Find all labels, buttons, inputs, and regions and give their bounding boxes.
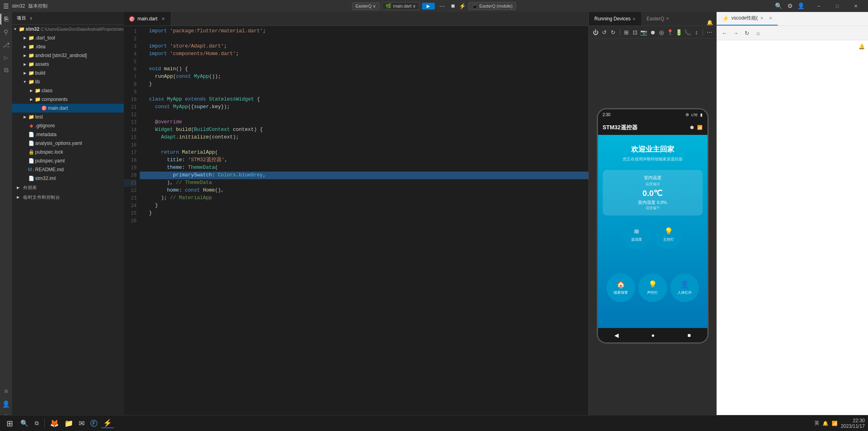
device-dropdown[interactable]: 📱 EasterQ (mobile) bbox=[468, 2, 516, 10]
tree-root[interactable]: ▼ 📁 stm32 C:\Users\EasterDon\Data\Androi… bbox=[12, 25, 124, 34]
phone-back-icon[interactable]: ◀ bbox=[614, 332, 619, 338]
record-icon[interactable]: ⏺ bbox=[649, 28, 656, 37]
gyro-icon[interactable]: ◎ bbox=[658, 28, 665, 37]
code-line-4: import 'components/Home.dart'; bbox=[140, 50, 588, 58]
phone-grid-smoke[interactable]: 🏠 烟雾报警 bbox=[606, 273, 635, 302]
phone-settings-icon[interactable]: 📞 bbox=[684, 28, 691, 37]
preview-refresh-icon[interactable]: ↻ bbox=[742, 28, 752, 38]
more-run-icon[interactable]: ⋯ bbox=[437, 3, 447, 9]
easterq-close-icon[interactable]: ✕ bbox=[666, 16, 669, 21]
tree-pubspec-yaml[interactable]: 📄 pubspec.yaml bbox=[12, 156, 124, 165]
tree-assets[interactable]: ▶ 📁 assets bbox=[12, 60, 124, 69]
easter-q-dropdown[interactable]: EasterQ ∨ bbox=[352, 2, 379, 10]
zoom-fit-icon[interactable]: ⊡ bbox=[632, 28, 639, 37]
phone-signal-icon: LTE bbox=[691, 113, 698, 117]
task-view-icon[interactable]: ⧉ bbox=[32, 420, 41, 427]
run-branch-dropdown[interactable]: 🌿 main.dart ∨ bbox=[382, 2, 419, 10]
app-hamburger-icon[interactable]: ☰ bbox=[3, 2, 9, 10]
fold-icon[interactable]: ⊞ bbox=[623, 28, 630, 37]
activity-account[interactable]: 👤 bbox=[0, 398, 12, 409]
run-button[interactable]: ▶ bbox=[422, 3, 435, 10]
phone-grid-infrared[interactable]: 👤 人体红外 bbox=[670, 273, 699, 302]
taskbar-firefox-icon[interactable]: 🦊 bbox=[48, 419, 61, 428]
folder-icon[interactable]: ↕ bbox=[693, 28, 700, 37]
phone-grid-humidity[interactable]: ≋ 温湿度 bbox=[622, 220, 651, 249]
scratches-section[interactable]: ▶ 临时文件和控制台 bbox=[12, 192, 124, 202]
tree-components[interactable]: ▶ 📁 components bbox=[12, 95, 124, 104]
tree-pubspec-lock[interactable]: 🔒 pubspec.lock bbox=[12, 148, 124, 156]
taskbar-vscode-icon[interactable]: ⚡ bbox=[101, 419, 114, 428]
activity-remote[interactable]: ⊞ bbox=[0, 386, 12, 397]
battery-icon[interactable]: 🔋 bbox=[675, 28, 682, 37]
close-button[interactable]: ✕ bbox=[846, 0, 865, 12]
activity-explorer[interactable]: ⎘ bbox=[0, 14, 12, 25]
phone-recent-icon[interactable]: ■ bbox=[687, 332, 691, 338]
tree-analysis[interactable]: 📄 analysis_options.yaml bbox=[12, 139, 124, 148]
tree-test[interactable]: ▶ 📁 test bbox=[12, 113, 124, 121]
tree-iml[interactable]: 📄 stm32.iml bbox=[12, 174, 124, 183]
external-libs-section[interactable]: ▶ 外部库 bbox=[12, 183, 124, 192]
preview-home-icon[interactable]: ⌂ bbox=[753, 28, 763, 38]
notification-icon[interactable]: 🔔 bbox=[703, 20, 716, 26]
tree-class[interactable]: ▶ 📁 class bbox=[12, 86, 124, 95]
tab-close-button[interactable]: ✕ bbox=[160, 16, 166, 22]
branch-menu[interactable]: 版本控制 bbox=[28, 3, 48, 10]
running-devices-close-icon[interactable]: ✕ bbox=[632, 17, 636, 21]
tree-android[interactable]: ▶ 📁 android [stm32_android] bbox=[12, 51, 124, 60]
analysis-icon: 📄 bbox=[28, 140, 34, 146]
tree-readme[interactable]: M↓ README.md bbox=[12, 165, 124, 174]
smoke-label: 烟雾报警 bbox=[614, 290, 628, 295]
rotate-right-icon[interactable]: ↻ bbox=[610, 28, 617, 37]
phone-body: 欢迎业主回家 您正在使用伊斯特智能家居遥控器 室内温度 温度偏凉 0.0℃ 室内… bbox=[598, 135, 707, 328]
tray-notify-icon[interactable]: 🔔 bbox=[822, 421, 828, 426]
account-title-icon[interactable]: 👤 bbox=[797, 2, 805, 10]
maximize-button[interactable]: □ bbox=[828, 0, 846, 12]
line-numbers: 12345 678910 1112131415 1617181920 21 22… bbox=[124, 26, 140, 422]
screenshot-icon[interactable]: 📷 bbox=[640, 28, 648, 37]
location-icon[interactable]: 📍 bbox=[667, 28, 674, 37]
tree-lib[interactable]: ▼ 📁 lib bbox=[12, 77, 124, 86]
activity-debug[interactable]: ▷ bbox=[0, 52, 12, 63]
start-button[interactable]: ⊞ bbox=[3, 419, 16, 428]
taskbar-flutter-icon[interactable]: Ⓕ bbox=[88, 419, 99, 428]
taskbar-search[interactable]: 🔍 bbox=[18, 419, 31, 427]
preview-bell-icon[interactable]: 🔔 bbox=[858, 43, 865, 49]
phone-grid: ≋ 温湿度 💡 主控灯 bbox=[598, 219, 707, 272]
tree-metadata[interactable]: 📄 .metadata bbox=[12, 130, 124, 139]
phone-home-icon[interactable]: ● bbox=[651, 332, 655, 338]
phone-grid-voicelight[interactable]: 💡 声控灯 bbox=[638, 273, 667, 302]
search-title-icon[interactable]: 🔍 bbox=[775, 2, 783, 10]
tab-easterq[interactable]: EasterQ ✕ bbox=[641, 12, 675, 26]
activity-source-control[interactable]: ⎇ bbox=[0, 39, 12, 50]
code-line-13: @override bbox=[140, 119, 588, 126]
preview-outer-close-icon[interactable]: ✕ bbox=[769, 16, 772, 20]
idea-icon: 📁 bbox=[28, 43, 34, 50]
tree-idea[interactable]: ▶ 📁 .idea bbox=[12, 42, 124, 51]
hot-reload-icon[interactable]: ⚡ bbox=[459, 3, 466, 9]
phone-grid-row2: 🏠 烟雾报警 💡 声控灯 👤 人体红外 bbox=[598, 272, 707, 325]
tab-main-dart[interactable]: 🎯 main.dart ✕ bbox=[124, 12, 171, 26]
tree-main-dart[interactable]: 🎯 main.dart bbox=[12, 104, 124, 113]
rotate-left-icon[interactable]: ↺ bbox=[601, 28, 608, 37]
power-icon[interactable]: ⏻ bbox=[592, 28, 599, 37]
stop-icon[interactable]: ■ bbox=[449, 2, 457, 10]
preview-back-icon[interactable]: ← bbox=[720, 28, 729, 38]
phone-grid-mainlight[interactable]: 💡 主控灯 bbox=[654, 220, 683, 249]
preview-tab-close-icon[interactable]: ✕ bbox=[760, 16, 763, 20]
activity-extensions[interactable]: ⧉ bbox=[0, 65, 12, 76]
tree-dart-tool[interactable]: ▶ 📁 .dart_tool bbox=[12, 34, 124, 42]
activity-search[interactable]: ⚲ bbox=[0, 26, 12, 38]
tree-build[interactable]: ▶ 📁 build bbox=[12, 69, 124, 77]
tree-gitignore[interactable]: ◆ .gitignore bbox=[12, 121, 124, 130]
tray-lang: 英 bbox=[814, 420, 819, 427]
taskbar-explorer-icon[interactable]: 📁 bbox=[62, 419, 75, 428]
tab-running-devices[interactable]: Running Devices ✕ bbox=[589, 12, 641, 26]
taskbar-email-icon[interactable]: ✉ bbox=[77, 419, 87, 428]
more-toolbar-icon[interactable]: ⋯ bbox=[706, 28, 713, 37]
scratches-arrow-icon: ▶ bbox=[15, 194, 22, 200]
minimize-button[interactable]: ─ bbox=[810, 0, 828, 12]
settings-title-icon[interactable]: ⚙ bbox=[787, 2, 793, 10]
tab-vscode-preview[interactable]: ⚡ vscode性能( ✕ ✕ bbox=[717, 12, 778, 26]
tray-wifi-icon[interactable]: 📶 bbox=[832, 421, 838, 426]
preview-forward-icon[interactable]: → bbox=[731, 28, 741, 38]
